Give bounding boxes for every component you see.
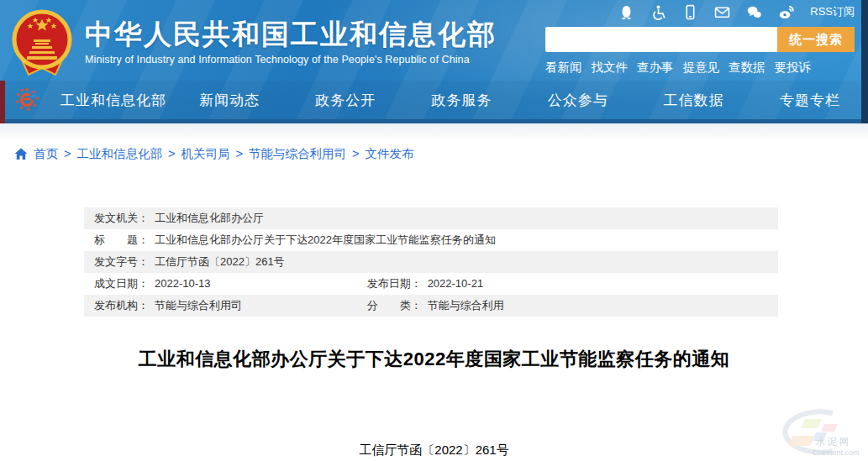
nav-item-participation[interactable]: 公众参与: [520, 91, 636, 110]
meta-value: 工信厅节函〔2022〕261号: [155, 255, 285, 268]
header-shadow-band: [0, 123, 868, 139]
nav-list: 工业和信息化部 新闻动态 政务公开 政务服务 公众参与 工信数据 专题专栏: [55, 91, 868, 110]
watermark-name: 水 泥 网: [816, 437, 849, 447]
mail-icon[interactable]: [714, 4, 730, 20]
weibo-icon[interactable]: [778, 4, 794, 20]
meta-row-issuing-office: 发文机关：工业和信息化部办公厅: [84, 207, 778, 229]
meta-label: 发布日期：: [367, 277, 422, 290]
meta-value: 工业和信息化部办公厅: [155, 212, 264, 224]
meta-label: 标 题：: [94, 233, 149, 246]
meta-value: 节能与综合利用司: [155, 299, 242, 312]
quick-link-news[interactable]: 看新闻: [545, 60, 582, 76]
home-icon[interactable]: [14, 148, 28, 160]
breadcrumb-item-miit[interactable]: 工业和信息化部: [76, 146, 162, 162]
article-doc-number: 工信厅节函〔2022〕261号: [0, 443, 868, 458]
search-input[interactable]: [545, 27, 777, 52]
meta-row-dates: 成文日期：2022-10-13 发布日期：2022-10-21: [84, 273, 778, 295]
nav-item-gov-info[interactable]: 政务公开: [287, 91, 403, 110]
quick-link-complaint[interactable]: 要投诉: [775, 60, 812, 76]
ccement-watermark-logo: 水 泥 网 Ccement.com: [752, 407, 861, 459]
left-red-strip: [0, 81, 5, 123]
meta-row-doc-number: 发文字号：工信厅节函〔2022〕261号: [84, 251, 778, 273]
meta-label: 发文字号：: [94, 255, 149, 268]
nav-item-data[interactable]: 工信数据: [636, 91, 752, 110]
watermark-domain: Ccement.com: [813, 448, 860, 457]
document-meta-table: 发文机关：工业和信息化部办公厅 标 题：工业和信息化部办公厅关于下达2022年度…: [84, 207, 778, 317]
quick-links: 看新闻 找文件 查办事 提意见 查数据 要投诉: [545, 60, 855, 76]
wechat-icon[interactable]: [746, 4, 762, 20]
breadcrumb-item-departments[interactable]: 机关司局: [181, 146, 229, 162]
breadcrumb-separator: >: [64, 147, 71, 160]
site-header: 中华人民共和国工业和信息化部 Ministry of Industry and …: [0, 0, 868, 123]
meta-value: 节能与综合利用: [428, 299, 504, 312]
site-subtitle: Ministry of Industry and Information Tec…: [85, 54, 497, 65]
unified-search-button[interactable]: 统一搜索: [777, 27, 855, 52]
meta-label: 发布机构：: [94, 299, 149, 312]
quick-link-services[interactable]: 查办事: [637, 60, 674, 76]
header-icon-row: RSS订阅: [545, 3, 855, 21]
breadcrumb-item-energy-dept[interactable]: 节能与综合利用司: [249, 146, 346, 162]
meta-label: 发文机关：: [94, 212, 149, 224]
meta-row-publisher: 发布机构：节能与综合利用司 分 类：节能与综合利用: [84, 295, 778, 317]
nav-item-gov-services[interactable]: 政务服务: [403, 91, 519, 110]
main-nav: 工业和信息化部 新闻动态 政务公开 政务服务 公众参与 工信数据 专题专栏: [0, 81, 868, 123]
miit-e-logo-icon: [13, 86, 40, 114]
breadcrumb-item-documents[interactable]: 文件发布: [365, 146, 413, 162]
mobile-icon[interactable]: [682, 4, 698, 20]
brand-text: 中华人民共和国工业和信息化部 Ministry of Industry and …: [85, 20, 497, 65]
breadcrumb-separator: >: [352, 147, 359, 160]
quick-link-suggest[interactable]: 提意见: [683, 60, 720, 76]
search-bar: 统一搜索: [545, 27, 855, 52]
meta-label: 分 类：: [367, 299, 422, 312]
meta-label: 成文日期：: [94, 277, 149, 290]
national-emblem-icon: [10, 8, 74, 78]
breadcrumb-separator: >: [235, 147, 242, 160]
site-title: 中华人民共和国工业和信息化部: [85, 20, 497, 48]
meta-value: 工业和信息化部办公厅关于下达2022年度国家工业节能监察任务的通知: [155, 233, 496, 246]
meta-value: 2022-10-13: [155, 277, 211, 290]
site-brand[interactable]: 中华人民共和国工业和信息化部 Ministry of Industry and …: [10, 8, 497, 78]
nav-item-miit[interactable]: 工业和信息化部: [55, 91, 171, 110]
article-title: 工业和信息化部办公厅关于下达2022年度国家工业节能监察任务的通知: [34, 347, 834, 372]
right-navy-strip: [861, 0, 868, 123]
accessibility-icon[interactable]: [650, 4, 666, 20]
nav-item-news[interactable]: 新闻动态: [171, 91, 287, 110]
meta-value: 2022-10-21: [428, 277, 484, 290]
nav-item-topics[interactable]: 专题专栏: [752, 91, 868, 110]
breadcrumb-separator: >: [168, 147, 175, 160]
meta-row-title: 标 题：工业和信息化部办公厅关于下达2022年度国家工业节能监察任务的通知: [84, 229, 778, 251]
page: 中华人民共和国工业和信息化部 Ministry of Industry and …: [0, 0, 868, 461]
breadcrumb: 首页 > 工业和信息化部 > 机关司局 > 节能与综合利用司 > 文件发布: [0, 139, 868, 169]
quick-link-files[interactable]: 找文件: [592, 60, 629, 76]
header-right: RSS订阅 统一搜索 看新闻 找文件 查办事 提意见 查数据 要投诉: [545, 3, 855, 76]
breadcrumb-item-home[interactable]: 首页: [34, 146, 58, 162]
mascot-icon[interactable]: [618, 4, 634, 20]
rss-subscribe-link[interactable]: RSS订阅: [810, 4, 855, 19]
quick-link-data[interactable]: 查数据: [729, 60, 765, 76]
